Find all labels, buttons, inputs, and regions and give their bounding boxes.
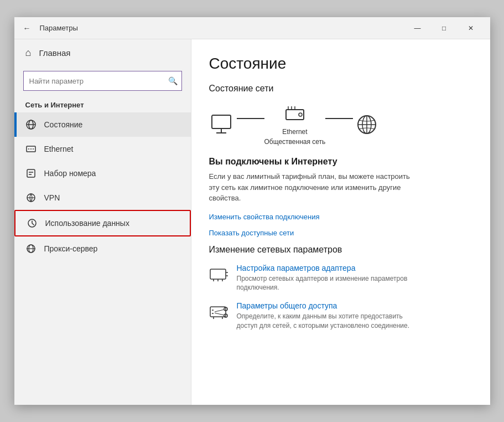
computer-icon [209,114,237,136]
sidebar-item-label-status: Состояние [44,120,83,129]
svg-rect-16 [212,115,231,128]
home-label: Главная [39,48,70,58]
home-icon: ⌂ [25,47,32,59]
page-title: Состояние [209,55,472,73]
sidebar-item-label-ethernet: Ethernet [44,145,74,153]
sidebar-item-label-proxy: Прокси-сервер [44,244,98,253]
sidebar-item-datausage[interactable]: Использование данных [14,210,191,236]
sharing-icon [209,302,229,322]
nd-router: Ethernet Общественная сеть [264,104,326,146]
status-icon [25,119,37,130]
svg-line-43 [215,313,224,315]
svg-point-23 [299,113,302,116]
nd-line-1 [237,118,264,119]
sidebar-item-status[interactable]: Состояние [14,112,191,137]
search-container: 🔍 [14,66,191,95]
setting-item-sharing[interactable]: Параметры общего доступа Определите, к к… [209,301,472,331]
router-icon [281,104,309,126]
svg-rect-28 [210,269,226,279]
network-diagram: Ethernet Общественная сеть [209,104,472,146]
sidebar-item-label-dialup: Набор номера [44,169,96,178]
setting-item-adapter[interactable]: Настройка параметров адаптера Просмотр с… [209,264,472,293]
svg-rect-7 [27,169,35,177]
nd-line-2 [325,118,353,119]
titlebar: ← Параметры — □ ✕ [14,17,490,39]
sharing-desc: Определите, к каким данным вы хотите пре… [237,312,425,331]
sharing-text: Параметры общего доступа Определите, к к… [237,301,425,331]
sharing-title[interactable]: Параметры общего доступа [237,301,425,310]
svg-rect-34 [210,307,226,317]
network-status-section-title: Состояние сети [209,84,472,94]
adapter-title[interactable]: Настройка параметров адаптера [237,264,425,272]
search-icon[interactable]: 🔍 [168,76,178,85]
window-title: Параметры [40,24,405,32]
connected-desc: Если у вас лимитный тарифный план, вы мо… [209,171,419,204]
settings-window: ← Параметры — □ ✕ ⌂ Главная 🔍 Сеть и Инт… [14,17,490,405]
adapter-desc: Просмотр сетевых адаптеров и изменение п… [237,274,425,293]
vpn-icon [25,192,37,203]
proxy-icon [25,243,37,254]
close-button[interactable]: ✕ [458,19,484,37]
sidebar-home-button[interactable]: ⌂ Главная [14,39,191,66]
sidebar-item-label-vpn: VPN [44,193,60,202]
change-section-title: Изменение сетевых параметров [209,245,472,255]
dialup-icon [25,168,37,179]
sidebar-item-ethernet[interactable]: Ethernet [14,137,191,161]
sidebar: ⌂ Главная 🔍 Сеть и Интернет Состояние [14,39,191,405]
sidebar-item-label-datausage: Использование данных [45,219,129,228]
datausage-icon [27,218,38,229]
nd-ethernet-label: Ethernet [282,128,307,136]
sidebar-item-vpn[interactable]: VPN [14,186,191,210]
adapter-text: Настройка параметров адаптера Просмотр с… [237,264,425,293]
search-input[interactable] [23,71,182,91]
window-content: ⌂ Главная 🔍 Сеть и Интернет Состояние [14,39,490,405]
nd-computer [209,114,237,136]
adapter-icon [209,265,229,285]
ethernet-icon [25,143,37,155]
maximize-button[interactable]: □ [432,19,457,37]
nd-internet [353,114,381,136]
window-controls: — □ ✕ [405,19,484,37]
link-change-props[interactable]: Изменить свойства подключения [209,213,472,221]
back-button[interactable]: ← [21,22,33,35]
main-content: Состояние Состояние сети [191,39,490,405]
sidebar-item-dialup[interactable]: Набор номера [14,161,191,186]
minimize-button[interactable]: — [405,19,430,37]
connected-header: Вы подключены к Интернету [209,157,472,167]
svg-rect-19 [286,110,304,120]
link-show-networks[interactable]: Показать доступные сети [209,229,472,237]
svg-line-42 [215,310,224,312]
sidebar-section-label: Сеть и Интернет [14,95,191,112]
globe-icon [353,114,381,136]
sidebar-item-proxy[interactable]: Прокси-сервер [14,236,191,261]
nd-public-network-label: Общественная сеть [264,138,326,146]
